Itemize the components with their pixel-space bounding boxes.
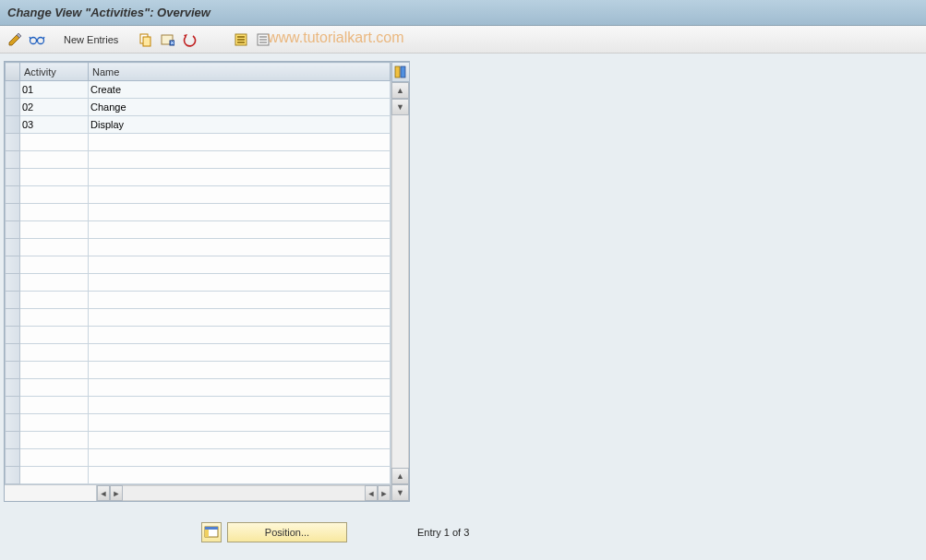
- activity-cell[interactable]: [20, 432, 89, 449]
- row-selector[interactable]: [6, 221, 20, 239]
- activity-cell[interactable]: [20, 204, 89, 221]
- row-selector[interactable]: [6, 116, 20, 134]
- activity-cell[interactable]: 02: [20, 99, 89, 116]
- select-column-header[interactable]: [6, 63, 20, 81]
- row-selector[interactable]: [6, 151, 20, 169]
- copy-icon[interactable]: [136, 30, 154, 49]
- row-selector[interactable]: [6, 134, 20, 151]
- name-cell[interactable]: [89, 309, 391, 327]
- activity-cell[interactable]: [20, 221, 89, 239]
- row-selector[interactable]: [6, 169, 20, 186]
- table-row[interactable]: [6, 344, 391, 362]
- vscroll-down-button[interactable]: ▼: [391, 99, 409, 115]
- table-row[interactable]: [6, 221, 391, 239]
- activity-cell[interactable]: [20, 274, 89, 292]
- table-row[interactable]: [6, 186, 391, 204]
- hscroll-track[interactable]: [123, 485, 365, 501]
- row-selector[interactable]: [6, 397, 20, 414]
- activity-cell[interactable]: [20, 467, 89, 484]
- select-all-icon[interactable]: [232, 30, 250, 49]
- table-row[interactable]: [6, 309, 391, 327]
- row-selector[interactable]: [6, 81, 20, 99]
- activity-cell[interactable]: [20, 397, 89, 414]
- activity-cell[interactable]: [20, 449, 89, 467]
- name-cell[interactable]: [89, 432, 391, 449]
- name-cell[interactable]: [89, 221, 391, 239]
- row-selector[interactable]: [6, 274, 20, 292]
- name-cell[interactable]: [89, 239, 391, 256]
- activity-cell[interactable]: [20, 362, 89, 379]
- row-selector[interactable]: [6, 309, 20, 327]
- table-settings-icon[interactable]: [391, 62, 410, 82]
- name-cell[interactable]: [89, 344, 391, 362]
- activity-cell[interactable]: [20, 309, 89, 327]
- activity-cell[interactable]: [20, 134, 89, 151]
- activity-cell[interactable]: [20, 327, 89, 344]
- row-selector[interactable]: [6, 256, 20, 274]
- activity-cell[interactable]: [20, 292, 89, 309]
- glasses-icon[interactable]: [28, 30, 46, 49]
- activity-cell[interactable]: [20, 256, 89, 274]
- vscroll-up-end-button[interactable]: ▲: [391, 468, 409, 484]
- row-selector[interactable]: [6, 99, 20, 116]
- name-cell[interactable]: [89, 151, 391, 169]
- activity-cell[interactable]: [20, 169, 89, 186]
- activity-cell[interactable]: [20, 186, 89, 204]
- table-row[interactable]: [6, 449, 391, 467]
- name-cell[interactable]: Change: [89, 99, 391, 116]
- toggle-change-icon[interactable]: [6, 30, 24, 49]
- activity-cell[interactable]: [20, 151, 89, 169]
- table-row[interactable]: [6, 397, 391, 414]
- row-selector[interactable]: [6, 432, 20, 449]
- table-row[interactable]: [6, 204, 391, 221]
- row-selector[interactable]: [6, 362, 20, 379]
- vscroll-down-end-button[interactable]: ▼: [391, 484, 409, 501]
- undo-icon[interactable]: [180, 30, 198, 49]
- activity-cell[interactable]: 01: [20, 81, 89, 99]
- table-row[interactable]: [6, 169, 391, 186]
- row-selector[interactable]: [6, 204, 20, 221]
- name-cell[interactable]: [89, 397, 391, 414]
- activity-cell[interactable]: [20, 239, 89, 256]
- hscroll-right-button[interactable]: ►: [110, 485, 123, 501]
- hscroll-left-button[interactable]: ◄: [97, 485, 110, 501]
- name-cell[interactable]: [89, 327, 391, 344]
- name-cell[interactable]: [89, 169, 391, 186]
- hscroll-left-end-button[interactable]: ◄: [365, 485, 378, 501]
- table-row[interactable]: 02Change: [6, 99, 391, 116]
- name-cell[interactable]: Display: [89, 116, 391, 134]
- row-selector[interactable]: [6, 449, 20, 467]
- vscroll-track[interactable]: [391, 115, 409, 468]
- delete-icon[interactable]: [158, 30, 176, 49]
- table-row[interactable]: [6, 151, 391, 169]
- row-selector[interactable]: [6, 467, 20, 484]
- row-selector[interactable]: [6, 239, 20, 256]
- deselect-all-icon[interactable]: [254, 30, 272, 49]
- table-row[interactable]: [6, 432, 391, 449]
- table-row[interactable]: [6, 256, 391, 274]
- layout-icon-button[interactable]: [201, 522, 222, 542]
- table-row[interactable]: [6, 414, 391, 432]
- row-selector[interactable]: [6, 414, 20, 432]
- table-row[interactable]: [6, 327, 391, 344]
- name-column-header[interactable]: Name: [89, 63, 391, 81]
- row-selector[interactable]: [6, 379, 20, 397]
- row-selector[interactable]: [6, 186, 20, 204]
- name-cell[interactable]: [89, 274, 391, 292]
- hscroll-right-end-button[interactable]: ►: [378, 485, 391, 501]
- activity-cell[interactable]: [20, 344, 89, 362]
- name-cell[interactable]: [89, 379, 391, 397]
- table-row[interactable]: [6, 134, 391, 151]
- table-row[interactable]: [6, 274, 391, 292]
- name-cell[interactable]: [89, 449, 391, 467]
- table-row[interactable]: 03Display: [6, 116, 391, 134]
- activity-column-header[interactable]: Activity: [20, 63, 89, 81]
- table-row[interactable]: [6, 467, 391, 484]
- name-cell[interactable]: Create: [89, 81, 391, 99]
- name-cell[interactable]: [89, 134, 391, 151]
- new-entries-button[interactable]: New Entries: [57, 31, 125, 48]
- name-cell[interactable]: [89, 292, 391, 309]
- name-cell[interactable]: [89, 362, 391, 379]
- table-row[interactable]: [6, 239, 391, 256]
- name-cell[interactable]: [89, 256, 391, 274]
